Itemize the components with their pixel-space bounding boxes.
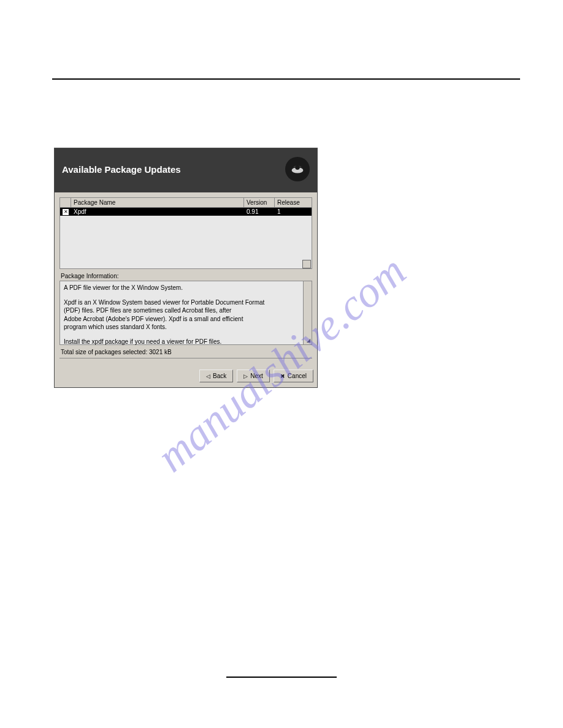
row-name: Xpdf (71, 208, 244, 216)
scrollbar[interactable] (303, 281, 312, 344)
info-line: A PDF file viewer for the X Window Syste… (64, 284, 308, 292)
column-header-check[interactable] (60, 198, 71, 207)
column-header-version[interactable]: Version (244, 198, 275, 207)
info-line: Xpdf is an X Window System based viewer … (64, 298, 308, 307)
table-row[interactable]: ✕ Xpdf 0.91 1 (60, 208, 312, 216)
dialog-title: Available Package Updates (62, 164, 181, 175)
row-checkbox[interactable]: ✕ (60, 208, 71, 216)
triangle-left-icon: ◁ (206, 373, 210, 379)
info-line: (PDF) files. PDF files are sometimes cal… (64, 306, 308, 315)
info-line: Install the xpdf package if you need a v… (64, 338, 308, 346)
package-info-box: A PDF file viewer for the X Window Syste… (59, 281, 312, 345)
table-header: Package Name Version Release (60, 198, 312, 208)
row-release: 1 (275, 208, 312, 216)
table-rows: ✕ Xpdf 0.91 1 (60, 208, 312, 269)
divider (59, 358, 312, 358)
next-button[interactable]: ▷ Next (237, 370, 270, 382)
update-dialog: Available Package Updates Package Name V… (54, 148, 318, 388)
triangle-right-icon: ▷ (243, 373, 248, 379)
back-button-label: Back (213, 373, 226, 379)
info-line: program which uses standard X fonts. (64, 323, 308, 332)
cancel-icon: ✖ (280, 373, 285, 379)
cancel-button-label: Cancel (288, 373, 307, 379)
cancel-button[interactable]: ✖ Cancel (274, 370, 313, 382)
redhat-icon (285, 157, 310, 181)
dialog-titlebar: Available Package Updates (55, 148, 317, 192)
total-size-label: Total size of packages selected: 3021 kB (61, 349, 312, 355)
resize-handle-icon[interactable] (302, 260, 311, 268)
package-table: Package Name Version Release ✕ Xpdf 0.91… (59, 197, 312, 269)
info-line: Adobe Acrobat (Adobe's PDF viewer). Xpdf… (64, 315, 308, 324)
back-button[interactable]: ◁ Back (199, 370, 233, 382)
column-header-name[interactable]: Package Name (71, 198, 244, 207)
svg-point-1 (295, 165, 300, 170)
package-info-label: Package Information: (61, 273, 312, 279)
dialog-body: Package Name Version Release ✕ Xpdf 0.91… (55, 192, 317, 367)
button-row: ◁ Back ▷ Next ✖ Cancel (55, 367, 317, 387)
row-version: 0.91 (244, 208, 275, 216)
check-icon: ✕ (63, 209, 69, 215)
page-top-rule (52, 78, 520, 80)
column-header-release[interactable]: Release (275, 198, 312, 207)
next-button-label: Next (250, 373, 263, 379)
page-bottom-rule (226, 677, 337, 678)
